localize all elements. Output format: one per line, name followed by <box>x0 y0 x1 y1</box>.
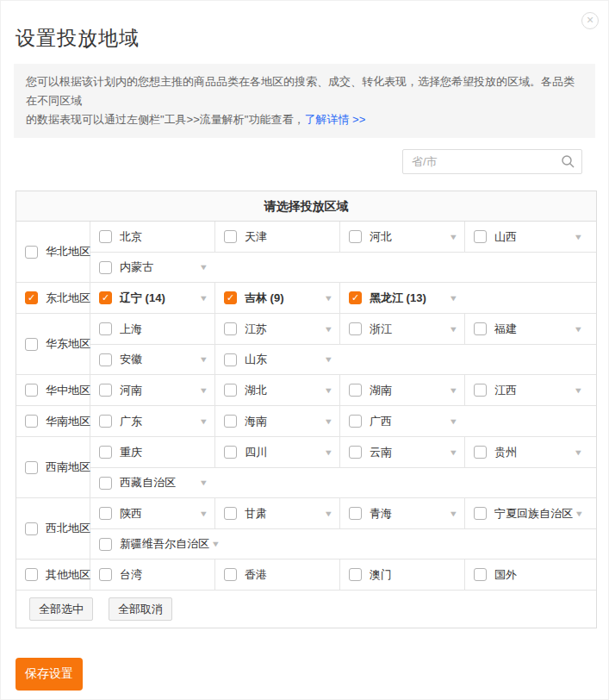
province-checkbox[interactable] <box>99 261 112 274</box>
region-cell: 西南地区 <box>16 437 90 497</box>
region-checkbox[interactable] <box>25 415 38 428</box>
dropdown-arrow-icon[interactable]: ▼ <box>444 509 458 518</box>
province-checkbox[interactable]: ✓ <box>99 291 112 304</box>
province-checkbox[interactable] <box>349 507 362 520</box>
dropdown-arrow-icon[interactable]: ▼ <box>320 417 333 426</box>
region-checkbox[interactable] <box>25 246 38 259</box>
province-checkbox[interactable] <box>99 384 112 397</box>
province-checkbox[interactable] <box>474 384 487 397</box>
province-cell: 新疆维吾尔自治区▼ <box>90 529 596 559</box>
province-cell-inner: ✓吉林 (9)▼ <box>215 291 333 306</box>
province-area: 陕西▼甘肃▼青海▼宁夏回族自治区▼新疆维吾尔自治区▼ <box>90 498 596 559</box>
dropdown-arrow-icon[interactable]: ▼ <box>444 417 458 426</box>
dropdown-arrow-icon[interactable]: ▼ <box>195 294 208 303</box>
province-checkbox[interactable] <box>474 230 487 243</box>
province-checkbox[interactable] <box>99 353 112 366</box>
province-checkbox[interactable] <box>99 322 112 335</box>
province-checkbox[interactable] <box>474 322 487 335</box>
page-title: 设置投放地域 <box>16 25 608 52</box>
dropdown-arrow-icon[interactable]: ▼ <box>444 386 458 395</box>
dropdown-arrow-icon[interactable]: ▼ <box>195 263 208 272</box>
province-checkbox[interactable]: ✓ <box>349 291 362 304</box>
province-cell: 云南▼ <box>340 437 465 467</box>
province-cell-inner: 湖北▼ <box>215 383 333 398</box>
province-checkbox[interactable] <box>99 507 112 520</box>
dropdown-arrow-icon[interactable]: ▼ <box>569 325 583 334</box>
dropdown-arrow-icon[interactable]: ▼ <box>444 294 458 303</box>
province-checkbox[interactable] <box>349 446 362 459</box>
province-cell-inner: 西藏自治区▼ <box>90 475 208 491</box>
dropdown-arrow-icon[interactable]: ▼ <box>569 448 583 457</box>
province-checkbox[interactable] <box>224 230 237 243</box>
province-checkbox[interactable] <box>224 384 237 397</box>
province-checkbox[interactable] <box>224 322 237 335</box>
dropdown-arrow-icon[interactable]: ▼ <box>195 386 208 395</box>
province-checkbox[interactable]: ✓ <box>224 291 237 304</box>
province-checkbox[interactable] <box>474 446 487 459</box>
region-checkbox[interactable] <box>25 338 38 351</box>
province-checkbox[interactable] <box>349 568 362 581</box>
province-checkbox[interactable] <box>474 507 487 520</box>
dropdown-arrow-icon[interactable]: ▼ <box>320 355 333 364</box>
province-checkbox[interactable] <box>474 568 487 581</box>
province-checkbox[interactable] <box>224 446 237 459</box>
province-label: 天津 <box>245 229 267 245</box>
province-checkbox[interactable] <box>99 538 112 551</box>
close-button[interactable]: × <box>581 12 599 29</box>
select-all-button[interactable]: 全部选中 <box>29 597 93 621</box>
region-cell: 西北地区 <box>16 498 90 559</box>
learn-more-link[interactable]: 了解详情 >> <box>304 113 365 126</box>
dropdown-arrow-icon[interactable]: ▼ <box>195 478 208 487</box>
dropdown-arrow-icon[interactable]: ▼ <box>320 325 333 334</box>
region-checkbox[interactable] <box>25 384 38 397</box>
province-checkbox[interactable] <box>224 507 237 520</box>
province-label: 台湾 <box>120 567 142 583</box>
dropdown-arrow-icon[interactable]: ▼ <box>569 386 583 395</box>
province-label: 安徽 <box>120 352 142 367</box>
province-cell-inner: 重庆 <box>90 445 208 460</box>
province-cell: 浙江▼ <box>340 314 465 344</box>
province-label: 山西 <box>494 229 517 245</box>
dropdown-arrow-icon[interactable]: ▼ <box>320 386 333 395</box>
table-row: 其他地区台湾香港澳门国外 <box>16 559 596 591</box>
dropdown-arrow-icon[interactable]: ▼ <box>207 540 221 548</box>
province-checkbox[interactable] <box>349 415 362 428</box>
region-checkbox[interactable] <box>25 522 38 535</box>
dropdown-arrow-icon[interactable]: ▼ <box>320 448 333 457</box>
dropdown-arrow-icon[interactable]: ▼ <box>570 509 584 518</box>
region-checkbox[interactable] <box>25 461 38 474</box>
region-checkbox[interactable] <box>25 568 38 581</box>
dropdown-arrow-icon[interactable]: ▼ <box>444 325 458 334</box>
search-input[interactable] <box>402 149 582 174</box>
deselect-all-button[interactable]: 全部取消 <box>109 597 172 621</box>
province-checkbox[interactable] <box>349 384 362 397</box>
dropdown-arrow-icon[interactable]: ▼ <box>444 448 458 457</box>
province-checkbox[interactable] <box>224 568 237 581</box>
province-checkbox[interactable] <box>99 415 112 428</box>
dropdown-arrow-icon[interactable]: ▼ <box>569 233 583 241</box>
province-cell: ✓辽宁 (14)▼ <box>90 283 215 313</box>
dropdown-arrow-icon[interactable]: ▼ <box>444 233 458 241</box>
province-checkbox[interactable] <box>224 353 237 366</box>
province-checkbox[interactable] <box>349 230 362 243</box>
province-checkbox[interactable] <box>99 446 112 459</box>
dropdown-arrow-icon[interactable]: ▼ <box>320 509 333 518</box>
save-settings-button[interactable]: 保存设置 <box>16 658 83 691</box>
province-checkbox[interactable] <box>99 230 112 243</box>
dropdown-arrow-icon[interactable]: ▼ <box>320 294 333 303</box>
province-cell: 香港 <box>215 559 340 590</box>
province-checkbox[interactable] <box>349 322 362 335</box>
province-checkbox[interactable] <box>224 415 237 428</box>
dropdown-arrow-icon[interactable]: ▼ <box>195 355 208 364</box>
province-cell: 青海▼ <box>340 498 465 528</box>
dropdown-arrow-icon[interactable]: ▼ <box>195 509 208 518</box>
province-cell-inner: 宁夏回族自治区▼ <box>465 506 583 522</box>
province-checkbox[interactable] <box>99 568 112 581</box>
region-label: 华东地区 <box>46 336 90 352</box>
search-icon[interactable] <box>561 154 575 169</box>
region-checkbox[interactable]: ✓ <box>25 291 38 304</box>
province-cell-inner: 福建▼ <box>465 322 583 337</box>
province-checkbox[interactable] <box>99 477 112 490</box>
province-label: 河北 <box>370 229 392 245</box>
dropdown-arrow-icon[interactable]: ▼ <box>195 417 208 426</box>
